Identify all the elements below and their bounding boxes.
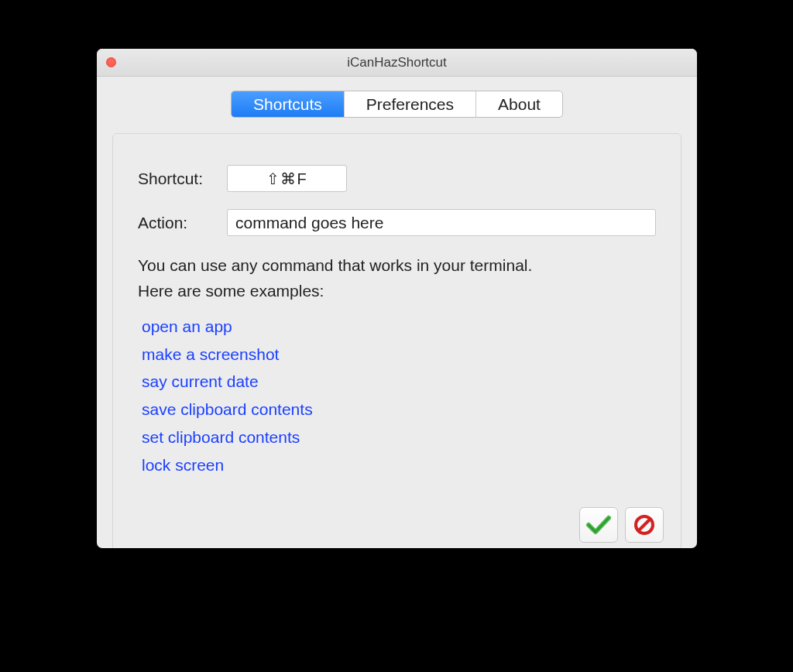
example-link[interactable]: lock screen — [142, 451, 656, 479]
shortcut-label: Shortcut: — [138, 170, 227, 188]
action-row: Action: — [138, 209, 656, 236]
window-title: iCanHazShortcut — [347, 55, 447, 70]
button-row — [579, 507, 664, 543]
action-label: Action: — [138, 214, 227, 232]
main-panel: Shortcut: ⇧⌘F Action: You can use any co… — [112, 133, 681, 548]
action-input[interactable] — [227, 209, 656, 236]
help-text: You can use any command that works in yo… — [138, 253, 656, 303]
svg-line-1 — [639, 519, 650, 530]
examples-list: open an app make a screenshot say curren… — [142, 313, 656, 478]
tab-preferences[interactable]: Preferences — [345, 91, 476, 117]
example-link[interactable]: say current date — [142, 368, 656, 396]
tab-about[interactable]: About — [476, 91, 562, 117]
tab-shortcuts[interactable]: Shortcuts — [232, 91, 345, 117]
example-link[interactable]: make a screenshot — [142, 341, 656, 369]
cancel-icon — [633, 514, 655, 536]
app-window: iCanHazShortcut Shortcuts Preferences Ab… — [97, 49, 697, 548]
help-line-1: You can use any command that works in yo… — [138, 256, 532, 274]
close-icon[interactable] — [106, 57, 116, 67]
confirm-button[interactable] — [579, 507, 618, 543]
tab-bar: Shortcuts Preferences About — [97, 91, 697, 118]
titlebar: iCanHazShortcut — [97, 49, 697, 77]
tab-segment: Shortcuts Preferences About — [231, 91, 563, 118]
shortcut-input[interactable]: ⇧⌘F — [227, 165, 347, 192]
cancel-button[interactable] — [625, 507, 664, 543]
example-link[interactable]: open an app — [142, 313, 656, 341]
example-link[interactable]: save clipboard contents — [142, 396, 656, 423]
example-link[interactable]: set clipboard contents — [142, 423, 656, 451]
help-line-2: Here are some examples: — [138, 282, 324, 300]
check-icon — [586, 514, 611, 536]
shortcut-row: Shortcut: ⇧⌘F — [138, 165, 656, 192]
